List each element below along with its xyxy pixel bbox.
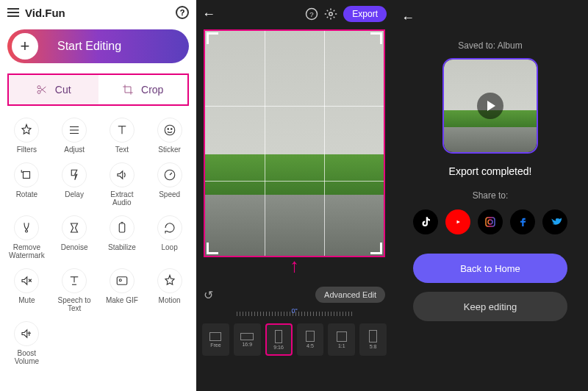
tool-sticker[interactable]: Sticker — [146, 115, 193, 157]
share-tiktok-button[interactable] — [413, 209, 438, 234]
export-thumbnail[interactable] — [442, 58, 538, 154]
tool-stabilize[interactable]: Stabilize — [98, 212, 146, 262]
help-icon[interactable]: ? — [305, 7, 318, 21]
editor-header: ← ? Export — [196, 0, 392, 28]
rotate-icon — [14, 162, 39, 187]
speech-to-text-icon — [62, 268, 87, 293]
ratio-shape — [209, 332, 221, 341]
tool-label: Rotate — [16, 190, 37, 198]
export-done-panel: ← Saved to: Album Export completed! Shar… — [392, 0, 588, 391]
advanced-edit-button[interactable]: Advanced Edit — [315, 287, 385, 303]
tool-loop[interactable]: Loop — [146, 212, 193, 262]
plus-icon: + — [12, 33, 38, 60]
ratio-shape — [337, 331, 347, 342]
svg-point-29 — [329, 12, 333, 16]
motion-icon — [157, 268, 182, 293]
ratio-label: 5:8 — [370, 344, 377, 349]
svg-text:?: ? — [310, 10, 315, 18]
tool-label: Make GIF — [106, 296, 138, 304]
tool-mute[interactable]: Mute — [3, 265, 51, 315]
export-button[interactable]: Export — [343, 6, 387, 22]
tool-extract-audio[interactable]: ExtractAudio — [98, 159, 146, 209]
svg-rect-16 — [119, 223, 125, 232]
svg-point-24 — [119, 279, 121, 281]
settings-icon[interactable] — [324, 7, 337, 21]
tool-speech-to-text[interactable]: Speech toText — [51, 265, 98, 315]
tool-rotate[interactable]: Rotate — [3, 159, 51, 209]
tool-denoise[interactable]: Denoise — [51, 212, 98, 262]
share-facebook-button[interactable] — [510, 209, 535, 234]
share-instagram-button[interactable] — [478, 209, 503, 234]
keep-editing-button[interactable]: Keep editing — [413, 292, 567, 321]
delay-icon — [62, 162, 87, 187]
tool-label: Filters — [17, 146, 37, 154]
tool-label: Mute — [18, 296, 35, 304]
tool-boost-volume[interactable]: BoostVolume — [3, 318, 51, 368]
remove-watermark-icon — [14, 215, 39, 240]
share-twitter-button[interactable] — [542, 209, 567, 234]
tool-motion[interactable]: Motion — [146, 265, 193, 315]
tool-filters[interactable]: Filters — [3, 115, 51, 157]
tool-text[interactable]: Text — [98, 115, 146, 157]
menu-icon[interactable] — [7, 8, 19, 17]
crop-icon — [122, 84, 134, 96]
ratio-shape — [306, 331, 315, 342]
play-overlay-icon — [477, 93, 503, 119]
crop-preview[interactable] — [204, 29, 385, 257]
crop-handle-tr[interactable] — [370, 32, 382, 44]
time-marker: 0" — [291, 307, 297, 315]
ratio-9-16[interactable]: 9:16 — [265, 323, 293, 356]
ratio-label: 16:9 — [242, 342, 252, 347]
ratio-label: 1:1 — [338, 343, 345, 348]
home-header: Vid.Fun ? — [0, 0, 196, 25]
tool-speed[interactable]: Speed — [146, 159, 193, 209]
undo-icon[interactable]: ↺ — [204, 288, 213, 302]
crop-label: Crop — [141, 84, 163, 96]
app-title: Vid.Fun — [25, 7, 170, 19]
tool-remove-watermark[interactable]: RemoveWatermark — [3, 212, 51, 262]
crop-handle-br[interactable] — [370, 243, 382, 254]
tool-grid: FiltersAdjustTextStickerRotateDelayExtra… — [0, 110, 196, 368]
text-icon — [110, 118, 135, 143]
tool-label: BoostVolume — [15, 349, 39, 365]
cut-crop-row: Cut Crop — [7, 73, 189, 106]
svg-rect-23 — [117, 277, 127, 285]
ratio-16-9[interactable]: 16:9 — [234, 323, 261, 356]
start-editing-label: Start Editing — [57, 40, 121, 53]
tool-delay[interactable]: Delay — [51, 159, 98, 209]
ratio-shape — [369, 330, 377, 342]
back-icon[interactable]: ← — [401, 10, 415, 26]
ratio-4-5[interactable]: 4:5 — [297, 323, 324, 356]
tool-make-gif[interactable]: Make GIF — [98, 265, 146, 315]
help-icon[interactable]: ? — [176, 6, 189, 19]
denoise-icon — [62, 215, 87, 240]
cut-button[interactable]: Cut — [9, 75, 98, 104]
tool-label: ExtractAudio — [110, 190, 133, 207]
tool-label: Motion — [159, 296, 181, 304]
back-to-home-button[interactable]: Back to Home — [413, 254, 567, 283]
tool-label: Denoise — [61, 243, 88, 251]
boost-volume-icon — [14, 321, 39, 346]
ratio-5-8[interactable]: 5:8 — [359, 323, 387, 356]
tool-label: Stabilize — [108, 243, 136, 251]
ratio-free[interactable]: Free — [202, 323, 229, 356]
back-icon[interactable]: ← — [202, 7, 215, 22]
mute-icon — [14, 268, 39, 293]
filters-icon — [14, 118, 39, 143]
start-editing-button[interactable]: + Start Editing — [7, 29, 189, 63]
share-youtube-button[interactable] — [445, 209, 470, 234]
crop-handle-bl[interactable] — [207, 243, 218, 254]
time-ruler[interactable]: 0" — [196, 309, 392, 319]
tool-label: Speed — [159, 190, 180, 198]
ratio-1-1[interactable]: 1:1 — [328, 323, 355, 356]
tool-label: Loop — [162, 243, 178, 251]
sticker-icon — [157, 118, 182, 143]
export-header: ← — [401, 9, 415, 27]
stabilize-icon — [110, 215, 135, 240]
svg-point-10 — [168, 129, 169, 130]
loop-icon — [157, 215, 182, 240]
tool-adjust[interactable]: Adjust — [51, 115, 98, 157]
tool-label: Adjust — [64, 146, 85, 154]
crop-button[interactable]: Crop — [98, 75, 188, 104]
crop-handle-tl[interactable] — [207, 32, 218, 44]
